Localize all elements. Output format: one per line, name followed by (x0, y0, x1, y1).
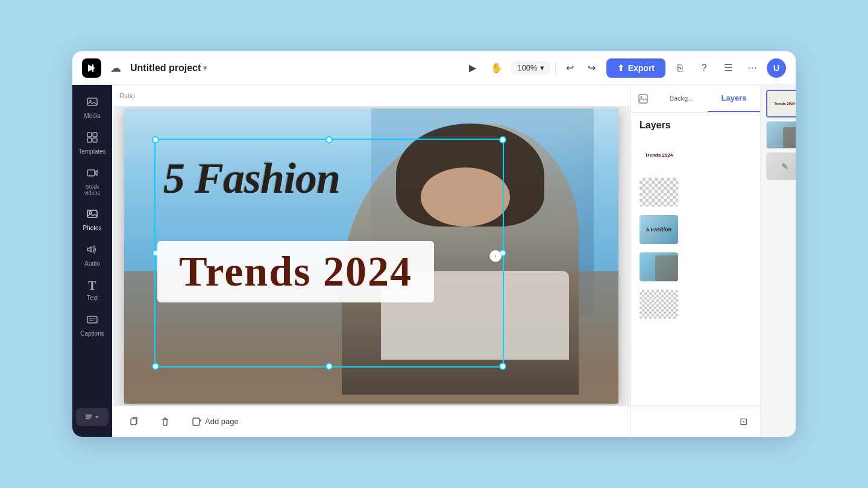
canvas-toolbar: Ratio (112, 85, 631, 107)
canvas-area: Ratio (112, 85, 631, 437)
svg-rect-8 (87, 210, 97, 217)
panel-tab-background-icon[interactable] (631, 85, 655, 113)
export-icon: ⬆ (617, 63, 624, 73)
media-icon (86, 96, 98, 111)
svg-point-21 (641, 96, 643, 98)
strip-thumb-3[interactable]: ✎ (766, 152, 796, 180)
sidebar-item-templates[interactable]: Templates (76, 127, 108, 160)
right-panel: Backg... Layers Layers Trends 2024 (631, 85, 760, 437)
layer-item-extra[interactable] (636, 287, 755, 321)
stock-videos-icon (86, 167, 98, 182)
user-avatar[interactable]: U (767, 58, 786, 78)
add-page-label: Add page (205, 417, 239, 426)
layer-thumbnail-photo (640, 252, 678, 281)
menu-icon-button[interactable]: ☰ (719, 58, 738, 78)
project-title[interactable]: Untitled project ▾ (130, 63, 207, 74)
canvas-text-fashion[interactable]: 5 Fashion (163, 157, 340, 200)
help-icon-button[interactable]: ? (694, 58, 714, 78)
layer-item-photo[interactable] (636, 250, 755, 284)
export-button[interactable]: ⬆ Export (606, 58, 665, 78)
svg-rect-17 (193, 418, 200, 425)
topbar-right: ⬆ Export ⎘ ? ☰ ⋯ U (606, 58, 786, 78)
photos-label: Photos (83, 225, 101, 231)
svg-rect-1 (87, 98, 97, 105)
stock-videos-label: Stock videos (80, 184, 105, 196)
strip-thumb-2[interactable] (766, 121, 796, 149)
captions-label: Captions (80, 330, 104, 337)
layer-thumbnail-trends: Trends 2024 (640, 140, 678, 169)
far-right-strip: Trends 2024 ✎ (760, 85, 796, 437)
sidebar-item-photos[interactable]: Photos (76, 203, 108, 236)
audio-icon (86, 243, 98, 258)
topbar-left: ☁ Untitled project ▾ (82, 58, 458, 78)
layer-item-fashion[interactable]: 5 Fashion (636, 213, 755, 246)
svg-rect-5 (87, 138, 92, 142)
panel-bottom: ⊡ (631, 405, 760, 437)
layer-thumbnail-strip1 (640, 178, 678, 207)
templates-icon (86, 131, 98, 146)
canvas-text-trends-bg: Trends 2024 (157, 241, 434, 302)
collapse-panel-button[interactable]: › (489, 250, 502, 262)
project-title-text: Untitled project (130, 63, 201, 74)
zoom-control[interactable]: 100% ▾ (511, 61, 550, 75)
topbar-center: ▶ ✋ 100% ▾ ↩ ↪ (463, 58, 601, 78)
save-cloud-icon[interactable]: ☁ (107, 60, 124, 77)
redo-button[interactable]: ↪ (582, 58, 602, 78)
tab-background[interactable]: Backg... (655, 85, 708, 112)
tab-layers[interactable]: Layers (708, 85, 760, 112)
canvas-wrapper[interactable]: 5 Fashion Trends 2024 › (112, 107, 631, 405)
undo-redo-group: ↩ ↪ (561, 58, 602, 78)
zoom-value: 100% (517, 63, 537, 72)
panel-tabs: Backg... Layers (631, 85, 760, 113)
captions-icon (86, 313, 98, 328)
sidebar-item-captions[interactable]: Captions (76, 308, 108, 342)
duplicate-page-button[interactable] (122, 413, 146, 430)
zoom-chevron-icon: ▾ (540, 63, 544, 72)
ratio-label: Ratio (119, 92, 135, 99)
add-page-button[interactable]: Add page (184, 413, 246, 430)
strip-thumb-1[interactable]: Trends 2024 (766, 90, 796, 117)
sidebar-item-stock-videos[interactable]: Stock videos (76, 162, 108, 201)
canvas-frame[interactable]: 5 Fashion Trends 2024 (124, 108, 618, 404)
panel-expand-button[interactable]: ⊡ (734, 412, 753, 431)
delete-page-button[interactable] (153, 413, 177, 430)
audio-label: Audio (84, 260, 100, 267)
layer-thumbnail-extra (640, 290, 678, 319)
share-icon-button[interactable]: ⎘ (670, 58, 690, 78)
svg-rect-10 (87, 316, 97, 323)
sidebar-item-audio[interactable]: Audio (76, 239, 108, 272)
layers-list: Trends 2024 5 Fashion (631, 136, 760, 405)
text-label: Text (87, 295, 98, 301)
sidebar-more-button[interactable] (76, 408, 108, 426)
title-chevron-icon: ▾ (203, 64, 207, 72)
text-icon: T (88, 279, 96, 293)
svg-rect-16 (131, 419, 136, 425)
export-label: Export (628, 63, 655, 73)
bottom-bar: Add page (112, 405, 631, 437)
layers-heading: Layers (631, 113, 760, 136)
app-window: ☁ Untitled project ▾ ▶ ✋ 100% ▾ ↩ ↪ ⬆ Ex… (72, 51, 796, 437)
svg-rect-20 (639, 95, 647, 103)
templates-label: Templates (78, 148, 106, 155)
hand-tool-button[interactable]: ✋ (487, 58, 506, 78)
sidebar-item-media[interactable]: Media (76, 91, 108, 124)
app-logo (82, 58, 101, 78)
divider (555, 61, 556, 75)
svg-rect-7 (87, 170, 95, 176)
more-icon-button[interactable]: ⋯ (743, 58, 762, 78)
topbar: ☁ Untitled project ▾ ▶ ✋ 100% ▾ ↩ ↪ ⬆ Ex… (72, 51, 796, 85)
canvas-text-trends: Trends 2024 (179, 251, 412, 293)
sidebar-item-text[interactable]: T Text (76, 274, 108, 306)
svg-rect-4 (93, 133, 97, 137)
canvas-text-trends-container[interactable]: Trends 2024 (157, 241, 434, 302)
photos-icon (86, 208, 98, 223)
layer-item-trends[interactable]: Trends 2024 (636, 138, 755, 172)
layer-thumbnail-fashion: 5 Fashion (640, 215, 678, 244)
svg-rect-3 (87, 133, 92, 137)
main-content: Media Templates (72, 85, 796, 437)
cursor-tool-button[interactable]: ▶ (463, 58, 482, 78)
layer-item-strip1[interactable] (636, 175, 755, 209)
svg-rect-6 (93, 138, 97, 142)
left-sidebar: Media Templates (72, 85, 112, 437)
undo-button[interactable]: ↩ (561, 58, 580, 78)
